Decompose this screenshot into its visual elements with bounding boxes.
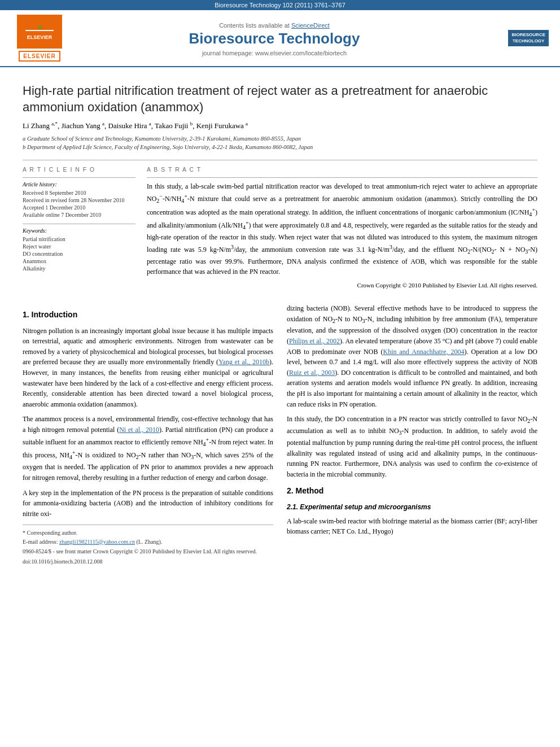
author-furukawa: Kenji Furukawa <box>196 122 244 130</box>
received-date: Received 8 September 2010 <box>23 190 135 196</box>
author-fujii-sup: b <box>190 121 193 126</box>
ruiz-ref[interactable]: Ruiz et al., 2003 <box>289 369 335 377</box>
method-heading: 2. Method <box>287 485 537 497</box>
author-zhang-sup: a,* <box>51 121 58 126</box>
svg-rect-2 <box>25 30 54 31</box>
author-yang-sup: a <box>102 121 104 126</box>
abstract-box: In this study, a lab-scale swim-bed part… <box>147 177 537 289</box>
affiliation-b: b Department of Applied Life Science, Fa… <box>23 143 537 152</box>
doi-line: doi:10.1016/j.biortech.2010.12.008 <box>23 557 273 566</box>
article-info-abstract: A R T I C L E I N F O Article history: R… <box>23 166 537 294</box>
intro-para3: A key step in the implementation of the … <box>23 488 273 519</box>
abstract-label: A B S T R A C T <box>147 166 537 173</box>
right-para1: dizing bacteria (NOB). Several effective… <box>287 303 537 409</box>
keyword-4: Anammox <box>23 258 135 264</box>
ni-ref[interactable]: Ni et al., 2010 <box>119 426 159 434</box>
keyword-1: Partial nitrification <box>23 236 135 242</box>
method-sub-heading: 2.1. Experimental setup and microorganis… <box>287 502 537 513</box>
author-hira-sup: a <box>149 121 151 126</box>
journal-header: 🌿 ELSEVIER ELSEVIER Contents lists avail… <box>0 10 560 67</box>
abstract-col: A B S T R A C T In this study, a lab-sca… <box>147 166 537 294</box>
body-two-col: 1. Introduction Nitrogen pollution is an… <box>23 303 537 566</box>
footnote-area: * Corresponding author. E-mail address: … <box>23 525 273 566</box>
journal-title: Bioresource Technology <box>68 30 481 47</box>
header-divider <box>23 160 537 160</box>
keyword-5: Alkalinity <box>23 265 135 272</box>
intro-para2: The anammox process is a novel, environm… <box>23 414 273 483</box>
journal-title-area: Contents lists available at ScienceDirec… <box>68 20 481 56</box>
intro-para1: Nitrogen pollution is an increasingly im… <box>23 326 273 410</box>
svg-text:ELSEVIER: ELSEVIER <box>27 34 53 40</box>
keywords-box: Keywords: Partial nitrification Reject w… <box>23 224 135 272</box>
body-right-col: dizing bacteria (NOB). Several effective… <box>287 303 537 566</box>
sciencedirect-link[interactable]: ScienceDirect <box>291 22 330 29</box>
elsevier-logo-area: 🌿 ELSEVIER ELSEVIER <box>11 15 68 62</box>
history-title: Article history: <box>23 181 135 187</box>
journal-reference-bar: Bioresource Technology 102 (2011) 3761–3… <box>0 0 560 10</box>
right-para2: In this study, the DO concentration in a… <box>287 414 537 479</box>
author-yang: Jiachun Yang <box>62 122 100 130</box>
email-link[interactable]: zhangli19821115@yahoo.com.cn <box>59 539 135 545</box>
contents-available-line: Contents lists available at ScienceDirec… <box>68 20 481 30</box>
corresponding-note: * Corresponding author. <box>23 528 273 538</box>
elsevier-icon: 🌿 ELSEVIER <box>17 15 62 49</box>
journal-badge-area: BIORESOURCE TECHNOLOGY <box>481 30 549 46</box>
elsevier-text: ELSEVIER <box>19 51 60 62</box>
yang-ref[interactable]: Yang et al., 2010b <box>218 358 269 366</box>
abstract-text: In this study, a lab-scale swim-bed part… <box>147 181 537 277</box>
article-info-col: A R T I C L E I N F O Article history: R… <box>23 166 135 294</box>
svg-rect-0 <box>20 18 59 46</box>
paper-title: High-rate partial nitrification treatmen… <box>23 83 537 115</box>
journal-homepage: journal homepage: www.elsevier.com/locat… <box>68 50 481 56</box>
keywords-title: Keywords: <box>23 228 135 234</box>
keyword-3: DO concentration <box>23 251 135 257</box>
author-zhang: Li Zhang <box>23 122 50 130</box>
philips-ref[interactable]: Philips et al., 2002 <box>289 337 340 345</box>
crown-copyright: Crown Copyright © 2010 Published by Else… <box>147 282 537 289</box>
author-fujii: Takao Fujii <box>155 122 188 130</box>
revised-date: Received in revised form 28 November 201… <box>23 197 135 203</box>
svg-text:🌿: 🌿 <box>37 25 42 30</box>
method-para1: A lab-scale swim-bed reactor with biofri… <box>287 516 537 537</box>
intro-heading: 1. Introduction <box>23 309 273 321</box>
body-left-col: 1. Introduction Nitrogen pollution is an… <box>23 303 273 566</box>
bioresource-badge: BIORESOURCE TECHNOLOGY <box>508 30 549 46</box>
issn-line: 0960-8524/$ - see front matter Crown Cop… <box>23 547 273 556</box>
available-date: Available online 7 December 2010 <box>23 212 135 218</box>
author-furukawa-sup: a <box>246 121 248 126</box>
author-hira: Daisuke Hira <box>108 122 147 130</box>
article-info-label: A R T I C L E I N F O <box>23 166 135 173</box>
journal-reference-text: Bioresource Technology 102 (2011) 3761–3… <box>215 2 345 8</box>
authors-line: Li Zhang a,*, Jiachun Yang a, Daisuke Hi… <box>23 121 537 130</box>
affiliation-a: a Graduate School of Science and Technol… <box>23 134 537 143</box>
main-content: High-rate partial nitrification treatmen… <box>0 67 560 577</box>
body-content: 1. Introduction Nitrogen pollution is an… <box>23 303 537 566</box>
affiliations: a Graduate School of Science and Technol… <box>23 134 537 152</box>
article-history-box: Article history: Received 8 September 20… <box>23 177 135 218</box>
keyword-2: Reject water <box>23 243 135 250</box>
email-note: E-mail address: zhangli19821115@yahoo.co… <box>23 538 273 547</box>
khin-ref[interactable]: Khin and Annachhatre, 2004 <box>383 348 464 356</box>
accepted-date: Accepted 1 December 2010 <box>23 204 135 211</box>
